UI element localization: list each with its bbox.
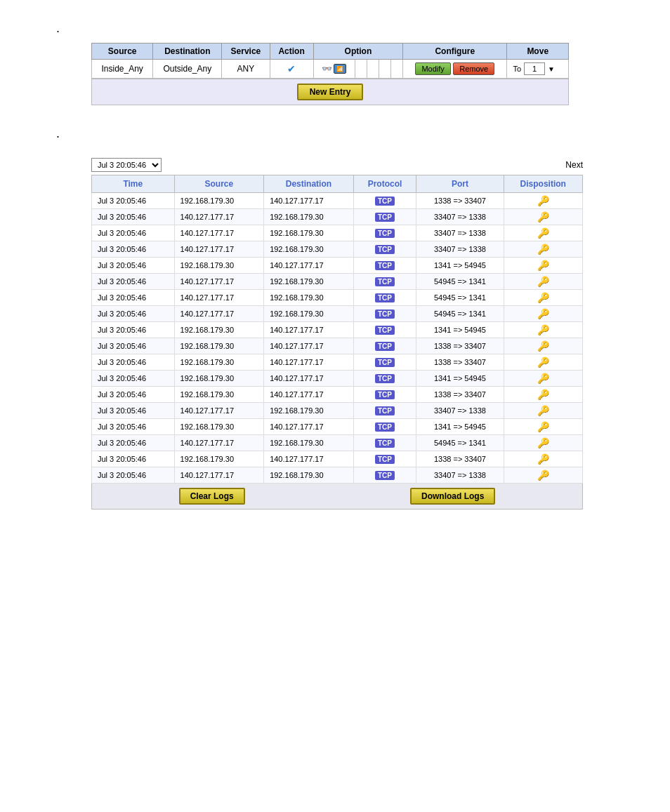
col-configure: Configure (403, 44, 507, 60)
log-time: Jul 3 20:05:46 (92, 419, 175, 435)
log-source: 192.168.179.30 (174, 419, 264, 435)
log-proto: TCP (353, 290, 416, 306)
policy-action: ✔ (270, 60, 313, 79)
log-source: 192.168.179.30 (174, 387, 264, 403)
log-port: 1338 => 33407 (416, 338, 504, 354)
log-time: Jul 3 20:05:46 (92, 322, 175, 338)
log-row: Jul 3 20:05:46 192.168.179.30 140.127.17… (92, 371, 583, 387)
col-source: Source (92, 44, 153, 60)
log-row: Jul 3 20:05:46 192.168.179.30 140.127.17… (92, 193, 583, 209)
log-disp: 🔑 (504, 354, 582, 371)
move-cell: To ▼ (507, 60, 569, 79)
tcp-badge: TCP (375, 439, 395, 448)
log-time: Jul 3 20:05:46 (92, 435, 175, 451)
log-header-row: Time Source Destination Protocol Port Di… (92, 175, 583, 193)
log-time: Jul 3 20:05:46 (92, 403, 175, 419)
log-table: Time Source Destination Protocol Port Di… (91, 175, 583, 484)
log-row: Jul 3 20:05:46 192.168.179.30 140.127.17… (92, 387, 583, 403)
log-time: Jul 3 20:05:46 (92, 451, 175, 467)
move-dropdown-icon[interactable]: ▼ (548, 65, 555, 73)
log-section: Jul 3 20:05:46 Next Time Source Destinat… (21, 155, 649, 510)
log-dest: 140.127.177.17 (264, 419, 354, 435)
tcp-badge: TCP (375, 471, 395, 480)
log-disp: 🔑 (504, 451, 582, 467)
next-link[interactable]: Next (565, 160, 583, 170)
log-disp: 🔑 (504, 387, 582, 403)
log-port: 54945 => 1341 (416, 290, 504, 306)
log-row: Jul 3 20:05:46 140.127.177.17 192.168.17… (92, 241, 583, 258)
log-dest: 192.168.179.30 (264, 225, 354, 241)
col-service: Service (222, 44, 270, 60)
log-port: 1338 => 33407 (416, 451, 504, 467)
disposition-icon: 🔑 (537, 308, 549, 319)
log-port: 1341 => 54945 (416, 371, 504, 387)
disposition-icon: 🔑 (537, 421, 549, 432)
action-check-icon: ✔ (287, 63, 296, 74)
log-time: Jul 3 20:05:46 (92, 387, 175, 403)
log-source: 140.127.177.17 (174, 241, 264, 258)
log-time: Jul 3 20:05:46 (92, 467, 175, 484)
tcp-badge: TCP (375, 342, 395, 351)
disposition-icon: 🔑 (537, 453, 549, 465)
modify-button[interactable]: Modify (415, 62, 450, 75)
log-disp: 🔑 (504, 435, 582, 451)
disposition-icon: 🔑 (537, 405, 549, 416)
log-disp: 🔑 (504, 338, 582, 354)
log-source: 140.127.177.17 (174, 209, 264, 225)
move-input[interactable] (524, 62, 545, 75)
log-dest: 140.127.177.17 (264, 322, 354, 338)
clear-logs-button[interactable]: Clear Logs (179, 488, 245, 505)
log-dest: 140.127.177.17 (264, 354, 354, 371)
log-proto: TCP (353, 274, 416, 290)
log-time: Jul 3 20:05:46 (92, 371, 175, 387)
tcp-badge: TCP (375, 213, 395, 222)
log-proto: TCP (353, 467, 416, 484)
log-row: Jul 3 20:05:46 192.168.179.30 140.127.17… (92, 322, 583, 338)
disposition-icon: 🔑 (537, 373, 549, 384)
download-logs-button[interactable]: Download Logs (410, 488, 495, 505)
log-disp: 🔑 (504, 371, 582, 387)
log-time: Jul 3 20:05:46 (92, 354, 175, 371)
log-row: Jul 3 20:05:46 192.168.179.30 140.127.17… (92, 354, 583, 371)
log-port: 33407 => 1338 (416, 241, 504, 258)
log-port: 1341 => 54945 (416, 322, 504, 338)
log-col-port: Port (416, 175, 504, 193)
log-port: 54945 => 1341 (416, 306, 504, 322)
tcp-badge: TCP (375, 455, 395, 464)
tcp-badge: TCP (375, 261, 395, 270)
log-dest: 140.127.177.17 (264, 258, 354, 274)
disposition-icon: 🔑 (537, 389, 549, 400)
log-disp: 🔑 (504, 258, 582, 274)
disposition-icon: 🔑 (537, 470, 549, 481)
log-port: 33407 => 1338 (416, 467, 504, 484)
log-port: 1338 => 33407 (416, 354, 504, 371)
log-proto: TCP (353, 193, 416, 209)
log-disp: 🔑 (504, 274, 582, 290)
log-proto: TCP (353, 435, 416, 451)
tcp-badge: TCP (375, 358, 395, 367)
log-port: 1338 => 33407 (416, 387, 504, 403)
policy-service: ANY (222, 60, 270, 79)
new-entry-button[interactable]: New Entry (297, 84, 364, 100)
policy-source: Inside_Any (92, 60, 153, 79)
log-proto: TCP (353, 419, 416, 435)
move-to-label: To (513, 65, 521, 73)
log-source: 192.168.179.30 (174, 258, 264, 274)
log-source: 192.168.179.30 (174, 451, 264, 467)
log-port: 1338 => 33407 (416, 193, 504, 209)
log-port: 54945 => 1341 (416, 274, 504, 290)
log-row: Jul 3 20:05:46 140.127.177.17 192.168.17… (92, 274, 583, 290)
datetime-select[interactable]: Jul 3 20:05:46 (91, 158, 162, 172)
disposition-icon: 🔑 (537, 292, 549, 303)
log-proto: TCP (353, 371, 416, 387)
log-port: 33407 => 1338 (416, 403, 504, 419)
log-row: Jul 3 20:05:46 140.127.177.17 192.168.17… (92, 225, 583, 241)
option-box4 (391, 60, 403, 79)
log-disp: 🔑 (504, 209, 582, 225)
disposition-icon: 🔑 (537, 195, 549, 206)
log-source: 140.127.177.17 (174, 403, 264, 419)
log-time: Jul 3 20:05:46 (92, 209, 175, 225)
remove-button[interactable]: Remove (453, 62, 494, 75)
log-source: 140.127.177.17 (174, 274, 264, 290)
dot1: . (56, 21, 649, 36)
